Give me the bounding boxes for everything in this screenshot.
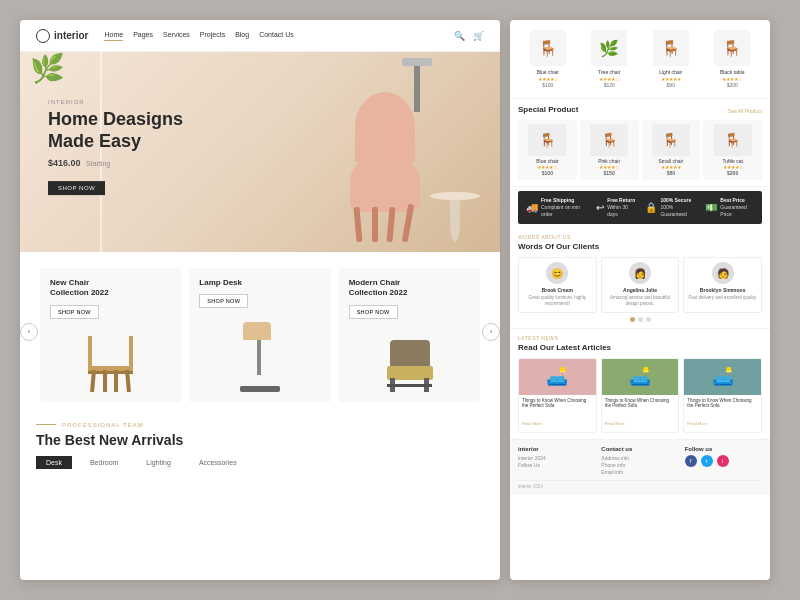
article-2: 🛋️ Things to Know When Choosing the Perf… [601,358,680,434]
footer-contact-link-3[interactable]: Email info [601,469,678,475]
article-3-link[interactable]: Read More [687,421,707,426]
footer-col-social: Follow us f t i [685,446,762,476]
chair-back [355,92,415,162]
product-card-3-image [349,327,470,392]
arrivals-tab-bedroom[interactable]: Bedroom [80,456,128,469]
testimonial-1-name: Brook Cream [523,287,592,293]
banner-item-secure: 🔒 100% Secure 100% Guaranteed [645,197,695,218]
article-1-link[interactable]: Read More [522,421,542,426]
top-product-1-image: 🪑 [530,30,566,66]
footer-social-icons: f t i [685,455,762,467]
testimonial-2-name: Angelina Jolie [606,287,675,293]
hero-section: 🌿 INTERIOR Home DeasignsMade Easy $416.0… [20,52,500,252]
instagram-icon[interactable]: i [717,455,729,467]
lamp-base [240,386,280,392]
product-cards-row: ‹ New ChairCollection 2022 SHOP NOW [20,252,500,412]
facebook-icon[interactable]: f [685,455,697,467]
footer-section: interior interior 2024 Follow Us Contact… [510,440,770,495]
arrivals-tab-accessories[interactable]: Accessories [189,456,247,469]
nav-link-pages[interactable]: Pages [133,31,153,41]
banner-item-shipping: 🚚 Free Shipping Complaint on min order [526,197,586,218]
testimonial-1: 😊 Brook Cream Great quality furniture, h… [518,257,597,313]
special-product-4-image: 🪑 [714,124,752,156]
article-3-title: Things to Know When Choosing the Perfect… [687,398,758,410]
footer-grid: interior interior 2024 Follow Us Contact… [518,446,762,476]
return-icon: ↩ [596,202,604,213]
article-1-title: Things to Know When Choosing the Perfect… [522,398,593,410]
special-product-1: 🪑 Blue chair ★★★★☆ $100 [518,120,577,180]
special-product-3-price: $80 [667,170,675,176]
lamp-head [243,322,271,340]
lamp-img [235,322,285,392]
table-leg [450,200,460,242]
nav-link-contact[interactable]: Contact Us [259,31,294,41]
special-product-4: 🪑 Tuftle cat ★★★★☆ $200 [703,120,762,180]
product-card-1-title: New ChairCollection 2022 [50,278,171,299]
modern-chair-img [382,327,437,392]
testimonials-grid: 😊 Brook Cream Great quality furniture, h… [518,257,762,313]
product-card-2-button[interactable]: SHOP NOW [199,294,248,308]
arrivals-tab-desk[interactable]: Desk [36,456,72,469]
testimonial-3-text: Fast delivery and excellent quality. [688,295,757,301]
article-3-image: 🛋️ [684,359,761,395]
special-products-section: Special Product See All Product 🪑 Blue c… [510,99,770,187]
dot-2[interactable] [638,317,643,322]
footer-copyright: interior 2024 [518,484,543,489]
special-product-4-price: $200 [727,170,738,176]
articles-carousel: 🛋️ Things to Know When Choosing the Perf… [518,358,762,434]
lamp-stem [257,340,261,375]
nav-link-projects[interactable]: Projects [200,31,225,41]
article-2-link[interactable]: Read More [605,421,625,426]
article-3: 🛋️ Things to Know When Choosing the Perf… [683,358,762,434]
articles-section: LATEST NEWS Read Our Latest Articles 🛋️ … [510,329,770,441]
product-card-3-button[interactable]: SHOP NOW [349,305,398,319]
footer-brand-link-2[interactable]: Follow Us [518,462,595,468]
hero-title: Home DeasignsMade Easy [48,109,183,152]
chair-leg-1 [353,207,362,242]
nav-link-services[interactable]: Services [163,31,190,41]
nav-icons: 🔍 🛒 [454,31,484,41]
hero-chair-image [330,102,440,242]
footer-contact-link-1[interactable]: Address info [601,455,678,461]
hero-price: $416.00 Starting [48,158,183,168]
hero-cta-button[interactable]: SHOP NOW [48,181,105,195]
navigation: interior Home Pages Services Projects Bl… [20,20,500,52]
hero-plant-decoration: 🌿 [30,52,65,85]
top-product-4-image: 🪑 [714,30,750,66]
secure-icon: 🔒 [645,202,657,213]
chair-leg-2 [372,207,378,242]
next-button[interactable]: › [482,323,500,341]
cw-back2 [129,336,133,366]
article-3-body: Things to Know When Choosing the Perfect… [684,395,761,433]
footer-social-title: Follow us [685,446,762,452]
testimonial-1-text: Great quality furniture, highly recommen… [523,295,592,308]
top-product-4-name: Black table [720,69,744,75]
footer-col-brand: interior interior 2024 Follow Us [518,446,595,476]
cw-bl2 [103,370,107,392]
see-all-link[interactable]: See All Product [728,108,762,114]
footer-contact-link-2[interactable]: Phone info [601,462,678,468]
special-product-2-image: 🪑 [590,124,628,156]
product-card-1: New ChairCollection 2022 SHOP NOW [40,268,181,402]
product-card-1-button[interactable]: SHOP NOW [50,305,99,319]
footer-brand-link-1[interactable]: interior 2024 [518,455,595,461]
testimonial-3-name: Brooklyn Simmons [688,287,757,293]
nav-link-home[interactable]: Home [104,31,123,41]
secure-text: 100% Secure 100% Guaranteed [660,197,695,218]
nav-link-blog[interactable]: Blog [235,31,249,41]
logo-text: interior [54,30,88,41]
cart-icon[interactable]: 🛒 [473,31,484,41]
dot-3[interactable] [646,317,651,322]
arrivals-tab-lighting[interactable]: Lighting [136,456,181,469]
product-card-2-title: Lamp Desk [199,278,320,288]
twitter-icon[interactable]: t [701,455,713,467]
search-icon[interactable]: 🔍 [454,31,465,41]
top-product-3: 🪑 Light chair ★★★★★ $90 [641,26,701,92]
left-panel: interior Home Pages Services Projects Bl… [20,20,500,580]
prev-button[interactable]: ‹ [20,323,38,341]
dot-1[interactable] [630,317,635,322]
special-products-grid: 🪑 Blue chair ★★★★☆ $100 🪑 Pink chair ★★★… [518,120,762,180]
chair-leg-3 [386,207,395,242]
shipping-text: Free Shipping Complaint on min order [541,197,586,218]
top-product-4: 🪑 Black table ★★★★☆ $200 [703,26,763,92]
